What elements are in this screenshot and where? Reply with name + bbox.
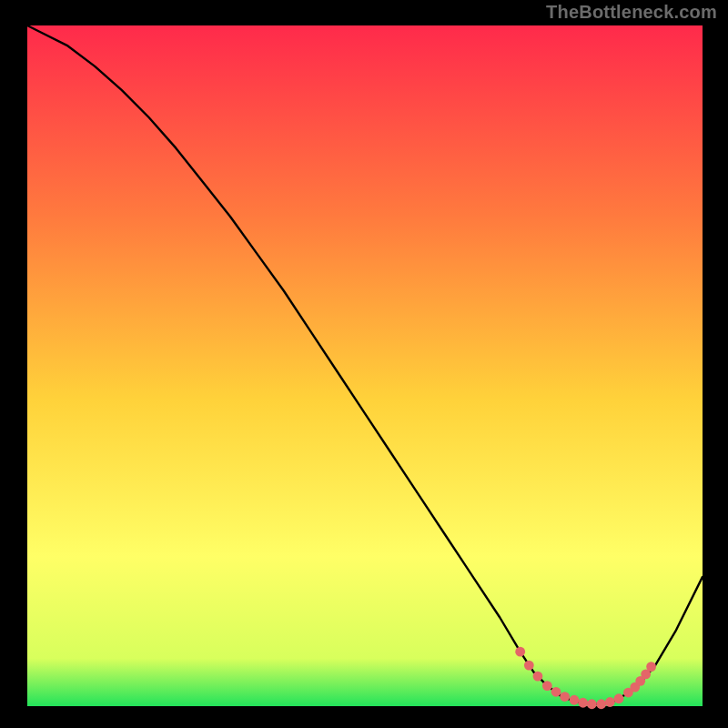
marker-dot <box>533 672 543 682</box>
marker-dot <box>551 687 561 697</box>
marker-dot <box>605 697 615 707</box>
marker-dot <box>542 681 552 691</box>
chart-plot-bg <box>27 25 703 706</box>
marker-dot <box>614 693 624 703</box>
marker-dot <box>646 662 656 672</box>
marker-dot <box>596 699 606 709</box>
watermark-label: TheBottleneck.com <box>546 2 717 23</box>
chart-stage: TheBottleneck.com <box>0 0 728 728</box>
marker-dot <box>570 695 580 705</box>
marker-dot <box>587 699 597 709</box>
marker-dot <box>578 698 588 708</box>
chart-svg <box>0 0 728 728</box>
marker-dot <box>524 661 534 671</box>
marker-dot <box>515 647 525 657</box>
marker-dot <box>560 692 570 702</box>
